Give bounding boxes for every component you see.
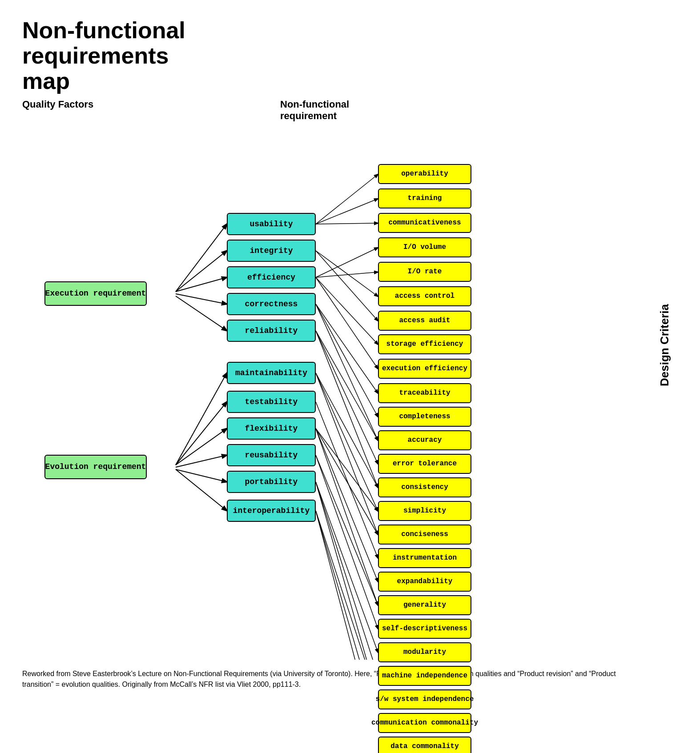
footer-text: Reworked from Steve Easterbrook’s Lectur… xyxy=(22,669,645,690)
machine-independence-node: machine independence xyxy=(378,666,471,686)
svg-line-3 xyxy=(176,294,227,304)
svg-line-41 xyxy=(316,511,378,660)
communication-commonality-node: communication commonality xyxy=(378,713,471,733)
modularity-node: modularity xyxy=(378,642,471,662)
column-headers: Quality Factors Non-functionalrequiremen… xyxy=(22,99,678,122)
svg-line-33 xyxy=(316,429,378,511)
svg-line-32 xyxy=(316,429,378,535)
svg-line-17 xyxy=(316,272,378,277)
data-commonality-node: data commonality xyxy=(378,737,471,753)
svg-line-1 xyxy=(176,251,227,292)
maintainability-node: maintainability xyxy=(227,362,316,384)
svg-line-0 xyxy=(176,224,227,292)
svg-line-26 xyxy=(316,373,378,488)
efficiency-node: efficiency xyxy=(227,266,316,288)
conciseness-node: conciseness xyxy=(378,525,471,545)
page-container: Non-functional requirements map Quality … xyxy=(0,0,700,753)
instrumentation-node: instrumentation xyxy=(378,548,471,568)
diagram-area: Execution requirement Evolution requirem… xyxy=(22,126,667,660)
svg-line-19 xyxy=(316,277,378,369)
svg-line-31 xyxy=(316,429,378,605)
completeness-node: completeness xyxy=(378,407,471,427)
svg-line-10 xyxy=(176,469,227,511)
svg-line-8 xyxy=(176,455,227,467)
storage-efficiency-node: storage efficiency xyxy=(378,334,471,354)
svg-line-6 xyxy=(176,402,227,465)
svg-line-30 xyxy=(316,429,378,582)
svg-line-21 xyxy=(316,304,378,417)
testability-node: testability xyxy=(227,391,316,413)
io-rate-node: I/O rate xyxy=(378,262,471,282)
exec-req-node: Execution requirement xyxy=(44,281,147,306)
error-tolerance-node: error tolerance xyxy=(378,454,471,474)
svg-line-35 xyxy=(316,455,378,629)
sw-independence-node: s/w system independence xyxy=(378,689,471,709)
operability-node: operability xyxy=(378,164,471,184)
reusability-node: reusability xyxy=(227,444,316,466)
traceability-node: traceability xyxy=(378,383,471,403)
svg-line-37 xyxy=(316,482,378,660)
svg-line-36 xyxy=(316,482,378,660)
io-volume-node: I/O volume xyxy=(378,237,471,257)
correctness-node: correctness xyxy=(227,293,316,315)
interoperability-node: interoperability xyxy=(227,500,316,522)
svg-line-39 xyxy=(316,511,378,660)
communicativeness-node: communicativeness xyxy=(378,213,471,233)
svg-line-20 xyxy=(316,304,378,393)
svg-line-16 xyxy=(316,248,378,277)
svg-line-9 xyxy=(176,469,227,482)
svg-line-25 xyxy=(316,331,378,488)
quality-factors-header: Quality Factors xyxy=(22,99,138,122)
svg-line-40 xyxy=(316,511,378,660)
generality-node: generality xyxy=(378,595,471,615)
svg-line-13 xyxy=(316,223,378,224)
portability-node: portability xyxy=(227,471,316,493)
integrity-node: integrity xyxy=(227,240,316,262)
svg-line-29 xyxy=(316,402,378,558)
svg-line-15 xyxy=(316,251,378,321)
svg-line-23 xyxy=(316,331,378,464)
svg-line-27 xyxy=(316,373,378,511)
design-criteria-label: Design Criteria xyxy=(658,304,672,386)
svg-line-4 xyxy=(176,296,227,331)
svg-line-11 xyxy=(316,174,378,224)
consistency-node: consistency xyxy=(378,477,471,497)
svg-line-5 xyxy=(176,373,227,465)
svg-line-24 xyxy=(316,331,378,441)
page-title: Non-functional requirements map xyxy=(22,18,311,94)
svg-line-18 xyxy=(316,277,378,344)
self-descriptiveness-node: self-descriptiveness xyxy=(378,619,471,639)
connection-lines xyxy=(22,126,667,660)
svg-line-28 xyxy=(316,373,378,535)
svg-line-7 xyxy=(176,429,227,465)
svg-line-2 xyxy=(176,277,227,292)
simplicity-node: simplicity xyxy=(378,501,471,521)
svg-line-14 xyxy=(316,251,378,296)
access-audit-node: access audit xyxy=(378,311,471,331)
training-node: training xyxy=(378,188,471,208)
execution-efficiency-node: execution efficiency xyxy=(378,359,471,379)
expandability-node: expandability xyxy=(378,572,471,592)
evol-req-node: Evolution requirement xyxy=(44,455,147,479)
flexibility-node: flexibility xyxy=(227,417,316,440)
nfr-header: Non-functionalrequirement xyxy=(280,99,414,122)
usability-node: usability xyxy=(227,213,316,235)
accuracy-node: accuracy xyxy=(378,430,471,450)
svg-line-22 xyxy=(316,304,378,441)
reliability-node: reliability xyxy=(227,320,316,342)
svg-line-38 xyxy=(316,482,378,653)
svg-line-34 xyxy=(316,455,378,605)
access-control-node: access control xyxy=(378,286,471,306)
svg-line-12 xyxy=(316,199,378,224)
